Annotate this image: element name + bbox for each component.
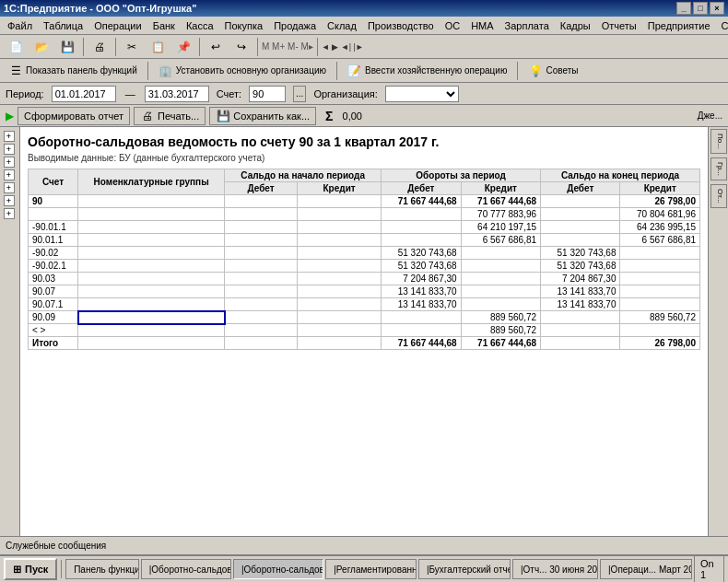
start-icon: ⊞ bbox=[13, 564, 21, 576]
cell-turn-credit bbox=[461, 285, 540, 298]
generate-btn[interactable]: Сформировать отчет bbox=[18, 107, 130, 125]
taskbar-item-oborot2[interactable]: |Оборотно-сальдовая bbox=[233, 559, 323, 579]
sidebar-btn-gr[interactable]: Гр... bbox=[710, 157, 727, 180]
menu-staff[interactable]: Кадры bbox=[555, 18, 596, 33]
tb-cut[interactable]: ✂ bbox=[120, 37, 144, 57]
expand-btn-1[interactable]: + bbox=[4, 131, 15, 142]
tb-print[interactable]: 🖨 bbox=[88, 37, 112, 57]
menu-purchase[interactable]: Покупка bbox=[219, 18, 269, 33]
account-select-btn[interactable]: ... bbox=[293, 86, 306, 102]
menu-nma[interactable]: НМА bbox=[465, 18, 499, 33]
period-from-input[interactable] bbox=[52, 86, 116, 102]
menu-operations[interactable]: Операции bbox=[88, 18, 147, 33]
generate-arrow-icon[interactable]: ▶ bbox=[6, 110, 14, 122]
cell-start-debit bbox=[225, 234, 298, 247]
cell-end-debit bbox=[541, 195, 620, 208]
menu-enterprise[interactable]: Предприятие bbox=[642, 18, 716, 33]
tb-paste[interactable]: 📌 bbox=[171, 37, 195, 57]
table-row[interactable]: 90.09 889 560,72 889 560,72 bbox=[29, 311, 700, 324]
tb-new[interactable]: 📄 bbox=[4, 37, 28, 57]
tb-redo[interactable]: ↪ bbox=[229, 37, 253, 57]
scroll-right-icon[interactable]: Дже... bbox=[698, 111, 722, 121]
cell-end-credit: 26 798,00 bbox=[620, 195, 700, 208]
cell-end-debit: 51 320 743,68 bbox=[541, 247, 620, 260]
maximize-button[interactable]: □ bbox=[693, 2, 708, 15]
total-name bbox=[78, 337, 225, 350]
taskbar-item-otch[interactable]: |Отч... 30 июня 2017 bbox=[512, 559, 598, 579]
expand-btn-3[interactable]: + bbox=[4, 157, 15, 168]
menu-service[interactable]: Сервис bbox=[716, 18, 728, 33]
table-row[interactable]: < > 889 560,72 bbox=[29, 324, 700, 337]
cell-start-debit bbox=[225, 285, 298, 298]
print-btn[interactable]: 🖨 Печать... bbox=[134, 107, 205, 125]
table-row[interactable]: 70 777 883,96 70 804 681,96 bbox=[29, 208, 700, 221]
period-to-input[interactable] bbox=[145, 86, 209, 102]
expand-btn-2[interactable]: + bbox=[4, 144, 15, 155]
cell-end-credit bbox=[620, 324, 700, 337]
cell-turn-credit bbox=[461, 298, 540, 311]
tips-btn[interactable]: 💡 Советы bbox=[523, 61, 582, 81]
menu-salary[interactable]: Зарплата bbox=[499, 18, 555, 33]
tb-copy[interactable]: 📋 bbox=[146, 37, 170, 57]
cell-end-debit bbox=[541, 311, 620, 324]
cell-turn-debit: 71 667 444,68 bbox=[382, 195, 461, 208]
menu-kassa[interactable]: Касса bbox=[181, 18, 219, 33]
menu-sales[interactable]: Продажа bbox=[268, 18, 322, 33]
menu-bank[interactable]: Банк bbox=[147, 18, 181, 33]
org-select[interactable] bbox=[385, 86, 459, 102]
table-row[interactable]: -90.01.1 64 210 197,15 64 236 995,15 bbox=[29, 221, 700, 234]
expand-btn-5[interactable]: + bbox=[4, 182, 15, 193]
undo-icon: ↩ bbox=[208, 40, 223, 54]
status-bar: Служебные сообщения bbox=[0, 536, 728, 554]
tb-undo[interactable]: ↩ bbox=[204, 37, 228, 57]
sep8 bbox=[517, 62, 518, 80]
sidebar-btn-ot[interactable]: От... bbox=[710, 184, 727, 208]
new-icon: 📄 bbox=[8, 40, 23, 54]
enter-op-btn[interactable]: 📝 Ввести хозяйственную операцию bbox=[343, 61, 511, 81]
minimize-button[interactable]: _ bbox=[676, 2, 691, 15]
save-btn[interactable]: 💾 Сохранить как... bbox=[209, 107, 316, 125]
table-row[interactable]: 90.07 13 141 833,70 13 141 833,70 bbox=[29, 285, 700, 298]
expand-btn-4[interactable]: + bbox=[4, 169, 15, 180]
taskbar-item-buh[interactable]: |Бухгалтерский отчет... bbox=[418, 559, 511, 579]
taskbar-item-oper[interactable]: |Операци... Март 2017 bbox=[600, 559, 692, 579]
cell-name bbox=[78, 260, 225, 273]
taskbar-item-panel[interactable]: Панель функций bbox=[65, 559, 139, 579]
col-account: Счет bbox=[29, 169, 78, 195]
cell-end-debit: 13 141 833,70 bbox=[541, 298, 620, 311]
window-controls[interactable]: _ □ × bbox=[676, 2, 724, 15]
show-panel-btn[interactable]: ☰ Показать панель функций bbox=[4, 61, 142, 81]
sidebar-btn-po[interactable]: По... bbox=[710, 129, 727, 154]
start-button[interactable]: ⊞ Пуск bbox=[4, 558, 57, 580]
menu-production[interactable]: Производство bbox=[362, 18, 440, 33]
cell-start-debit bbox=[225, 311, 298, 324]
cell-end-debit bbox=[541, 324, 620, 337]
totals-row: Итого 71 667 444,68 71 667 444,68 26 798… bbox=[29, 337, 700, 350]
copy-icon: 📋 bbox=[150, 40, 165, 54]
taskbar-item-oborot1[interactable]: |Оборотно-сальдовая bbox=[141, 559, 231, 579]
table-row[interactable]: 90.07.1 13 141 833,70 13 141 833,70 bbox=[29, 298, 700, 311]
tb-save[interactable]: 💾 bbox=[55, 37, 79, 57]
expand-btn-6[interactable]: + bbox=[4, 195, 15, 206]
cell-turn-credit bbox=[461, 247, 540, 260]
col-group-start: Сальдо на начало периода bbox=[225, 169, 382, 182]
menu-os[interactable]: ОС bbox=[440, 18, 466, 33]
expand-btn-7[interactable]: + bbox=[4, 208, 15, 219]
taskbar-item-regl[interactable]: |Регламентированная bbox=[325, 559, 417, 579]
taskbar-separator bbox=[61, 560, 62, 578]
table-row[interactable]: -90.02.1 51 320 743,68 51 320 743,68 bbox=[29, 260, 700, 273]
print2-icon: 🖨 bbox=[140, 109, 155, 123]
tb-open[interactable]: 📂 bbox=[29, 37, 53, 57]
menu-file[interactable]: Файл bbox=[2, 18, 38, 33]
table-row[interactable]: -90.02 51 320 743,68 51 320 743,68 bbox=[29, 247, 700, 260]
table-row[interactable]: 90.01.1 6 567 686,81 6 567 686,81 bbox=[29, 234, 700, 247]
menu-table[interactable]: Таблица bbox=[38, 18, 88, 33]
set-org-btn[interactable]: 🏢 Установить основную организацию bbox=[154, 61, 331, 81]
table-row[interactable]: 90.03 7 204 867,30 7 204 867,30 bbox=[29, 273, 700, 285]
close-button[interactable]: × bbox=[710, 2, 724, 15]
menu-reports[interactable]: Отчеты bbox=[596, 18, 642, 33]
menu-warehouse[interactable]: Склад bbox=[322, 18, 362, 33]
table-row[interactable]: 90 71 667 444,68 71 667 444,68 26 798,00 bbox=[29, 195, 700, 208]
account-input[interactable] bbox=[249, 86, 286, 102]
cell-end-credit: 6 567 686,81 bbox=[620, 234, 700, 247]
